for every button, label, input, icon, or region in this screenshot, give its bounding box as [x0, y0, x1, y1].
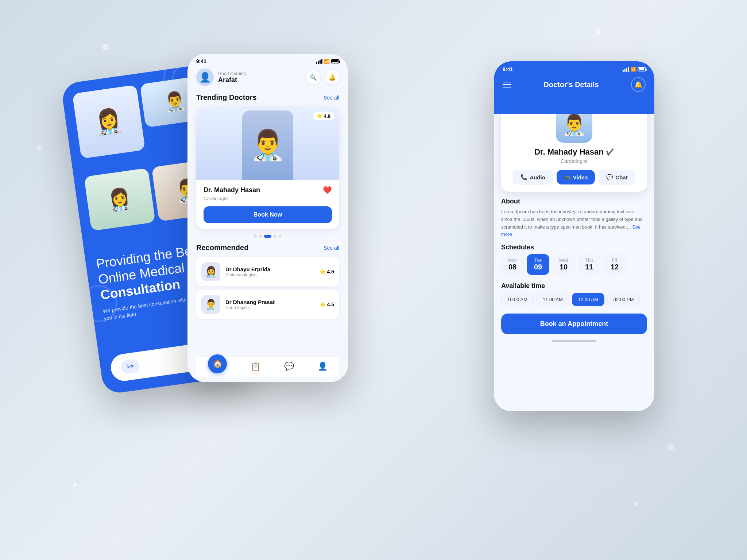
day-name-fri: Fri [612, 258, 617, 263]
doctor-profile-card: 👨‍⚕️ Dr. Mahady Hasan ✔️ Cardiologist 📞 … [501, 114, 647, 192]
day-name-mon: Mon [508, 258, 516, 263]
time-slot-1400[interactable]: 02:00 PM [607, 293, 640, 306]
star-icon-2: ⭐ [320, 302, 326, 307]
recommended-section-header: Recommended See all [196, 244, 339, 252]
rec-rating-val-1: 4.5 [327, 269, 334, 275]
rating-value: 4.8 [324, 113, 330, 119]
details-battery-icon [638, 67, 646, 71]
time-slot-1000[interactable]: 10:00 AM [501, 293, 534, 306]
book-now-button[interactable]: Book Now [204, 206, 332, 223]
trending-doctor-card: ⭐ 4.8 👨‍⚕️ Dr. Mahady Hasan ❤️ Cardiolog… [196, 107, 339, 229]
rec-rating-1: ⭐ 4.5 [320, 269, 334, 275]
recommended-item-1[interactable]: 👩‍⚕️ Dr Dhayu Erprida Endocrinologists ⭐… [196, 257, 339, 286]
rec-avatar-1: 👩‍⚕️ [201, 262, 220, 281]
day-num-thu: 11 [585, 263, 593, 271]
rec-info-1: Dr Dhayu Erprida Endocrinologists [225, 266, 314, 277]
book-appointment-button[interactable]: Book an Appointment [501, 314, 647, 334]
rec-info-2: Dr Dhanang Prasat Neurologists [225, 299, 314, 310]
about-title: About [501, 198, 647, 205]
user-avatar: 👤 [196, 69, 214, 86]
star-icon: ⭐ [317, 113, 322, 119]
doctor-detail-avatar: 👨‍⚕️ [556, 114, 592, 143]
dot-4[interactable] [274, 235, 276, 238]
available-time-title: Available time [501, 282, 647, 290]
notification-bell-button[interactable]: 🔔 [631, 77, 646, 92]
day-num-fri: 12 [611, 263, 619, 271]
nav-appointments-button[interactable]: 📋 [251, 362, 260, 373]
time-slot-1100[interactable]: 11:00 AM [537, 293, 569, 306]
hamburger-button[interactable] [503, 82, 511, 88]
recommended-title: Recommended [196, 244, 248, 252]
details-nav: Doctor's Details 🔔 [503, 77, 646, 92]
doctor-photo-3: 👩‍⚕️ [84, 168, 155, 231]
details-status-time: 9:41 [503, 66, 513, 72]
dot-5[interactable] [279, 235, 282, 238]
home-indicator [552, 340, 596, 342]
details-status-bar: 9:41 📶 [503, 66, 646, 72]
favorite-button[interactable]: ❤️ [323, 186, 332, 194]
trending-see-all[interactable]: See all [324, 95, 339, 101]
details-body: 👨‍⚕️ Dr. Mahady Hasan ✔️ Cardiologist 📞 … [494, 114, 654, 411]
details-info: About Lorem Ipsum has been the industry'… [494, 192, 654, 342]
star-icon-1: ⭐ [320, 269, 326, 275]
audio-button[interactable]: 📞 Audio [513, 170, 553, 184]
doctor-card-image: ⭐ 4.8 👨‍⚕️ [196, 107, 339, 180]
status-bar: 9:41 📶 [187, 54, 348, 64]
schedule-day-thu[interactable]: Thu 11 [578, 254, 600, 275]
chat-label: Chat [615, 174, 627, 180]
user-name: Arafat [218, 76, 246, 84]
dot-2[interactable] [259, 235, 262, 238]
schedule-day-wed[interactable]: Wed 10 [552, 254, 575, 275]
nav-home-button[interactable]: 🏠 [208, 354, 227, 373]
trending-section-header: Trending Doctors See all [196, 93, 339, 102]
notification-button[interactable]: 🔔 [325, 70, 339, 84]
verified-badge: ✔️ [606, 148, 614, 156]
day-name-thu: Thu [585, 258, 593, 263]
video-label: Video [573, 174, 588, 180]
doctor-figure: 👨‍⚕️ [242, 110, 293, 180]
day-num-mon: 08 [508, 263, 516, 271]
rec-spec-2: Neurologists [225, 305, 314, 310]
doctor-photo-1: 👩‍⚕️ [72, 85, 145, 159]
bottom-nav: 🏠 📋 💬 👤 [196, 356, 339, 377]
details-wifi-icon: 📶 [631, 67, 636, 72]
user-info: 👤 Good morning Arafat [196, 69, 246, 86]
rec-rating-2: ⭐ 4.5 [320, 302, 334, 307]
doctor-detail-specialty: Cardiologist [561, 158, 588, 164]
nav-chat-button[interactable]: 💬 [284, 362, 294, 373]
rec-rating-val-2: 4.5 [327, 302, 334, 307]
schedule-day-fri[interactable]: Fri 12 [603, 254, 626, 275]
header-icons: 🔍 🔔 [306, 70, 339, 84]
user-text: Good morning Arafat [218, 71, 246, 84]
schedule-day-mon[interactable]: Mon 08 [501, 254, 524, 275]
doctor-card-info: Dr. Mahady Hasan ❤️ Cardiologist Book No… [196, 180, 339, 229]
time-slots: 10:00 AM 11:00 AM 12:00 AM 02:00 PM [501, 293, 647, 306]
search-button[interactable]: 🔍 [306, 70, 320, 84]
nav-profile-button[interactable]: 👤 [318, 362, 328, 373]
arrows-icon: >> [120, 358, 140, 375]
time-slot-1200[interactable]: 12:00 AM [572, 293, 604, 306]
battery-icon [331, 59, 339, 63]
trending-title: Trending Doctors [196, 93, 257, 102]
doctor-detail-name: Dr. Mahady Hasan ✔️ [534, 147, 614, 157]
schedules-title: Schedules [501, 244, 647, 251]
dot-1[interactable] [254, 235, 257, 238]
chat-icon: 💬 [606, 174, 613, 180]
recommended-item-2[interactable]: 👨‍⚕️ Dr Dhanang Prasat Neurologists ⭐ 4.… [196, 290, 339, 319]
video-button[interactable]: 📹 Video [557, 170, 595, 184]
day-name-wed: Wed [559, 258, 568, 263]
recommended-see-all[interactable]: See all [324, 245, 339, 251]
signal-bars [316, 59, 322, 64]
doctor-name-row: Dr. Mahady Hasan ❤️ [204, 186, 332, 194]
video-icon: 📹 [564, 174, 571, 180]
action-buttons: 📞 Audio 📹 Video 💬 Chat [508, 170, 640, 184]
dot-3-active[interactable] [264, 235, 271, 238]
trending-doctor-name: Dr. Mahady Hasan [204, 186, 260, 194]
chat-button[interactable]: 💬 Chat [599, 170, 635, 184]
greeting: Good morning [218, 71, 246, 76]
rating-badge: ⭐ 4.8 [313, 112, 334, 120]
day-num-tue: 09 [534, 263, 542, 271]
schedule-day-tue[interactable]: Tue 09 [527, 254, 549, 275]
schedule-row: Mon 08 Tue 09 Wed 10 Thu 11 [501, 254, 647, 276]
trending-doctor-specialty: Cardiologist [204, 196, 332, 201]
